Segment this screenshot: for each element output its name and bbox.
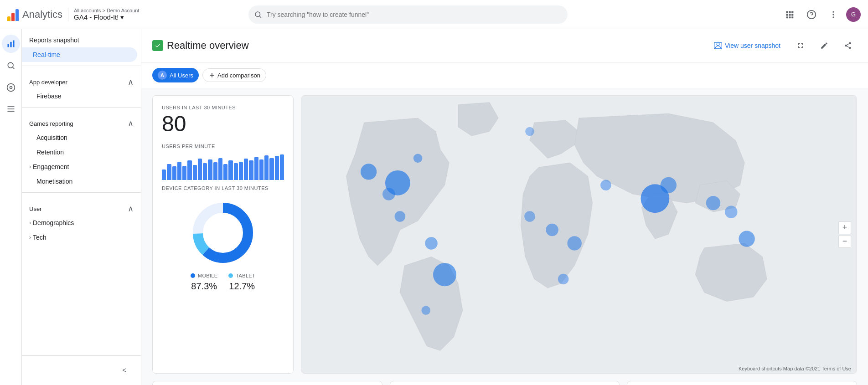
bar [239,162,243,180]
svg-point-21 [7,84,15,92]
donut-chart-container: MOBILE 87.3% TABLET 12.7% [162,193,284,295]
sidebar-item-retention[interactable]: Retention [22,145,137,159]
sidebar-collapse-button[interactable]: < [115,361,134,380]
explore-icon [6,83,16,92]
svg-rect-8 [786,16,788,18]
nav-icon-list[interactable] [2,100,20,118]
account-name-dropdown[interactable]: GA4 - Flood-It! ▾ [74,13,139,21]
app-developer-label: App developer [29,79,67,86]
main-layout: Reports snapshot Real-time App developer… [0,29,868,385]
map-dot [421,306,430,315]
add-icon [208,72,216,79]
nav-icon-search[interactable] [2,56,20,75]
sidebar: Reports snapshot Real-time App developer… [0,29,141,385]
nav-icon-reports[interactable] [2,35,20,53]
account-name-label: GA4 - Flood-It! [74,13,119,21]
map-dot [546,224,558,236]
tech-label: Tech [33,234,46,241]
map-dot [361,164,377,180]
fullscreen-icon [796,41,805,50]
sidebar-section-user[interactable]: User ∧ [22,196,141,216]
fullscreen-button[interactable] [791,36,810,55]
map-dot [706,196,720,210]
sidebar-item-acquisition[interactable]: Acquisition [22,130,137,145]
map-zoom-controls: + − [838,221,851,248]
games-reporting-label: Games reporting [29,120,73,127]
sidebar-item-reports-snapshot[interactable]: Reports snapshot [22,33,137,47]
svg-rect-17 [10,42,11,47]
help-icon [806,10,816,20]
svg-rect-2 [786,11,788,13]
monetisation-label: Monetisation [36,178,72,185]
map-dot [567,236,581,250]
svg-rect-10 [791,16,793,18]
check-icon [155,42,161,49]
tech-expand-icon: › [29,234,31,241]
view-user-snapshot-button[interactable]: View user snapshot [708,39,786,52]
tablet-value: 12.7% [229,281,255,292]
add-comparison-button[interactable]: Add comparison [202,68,266,82]
zoom-in-button[interactable]: + [838,221,851,234]
map-dot [725,205,737,218]
bar [254,157,258,180]
search-input[interactable] [248,5,568,24]
topbar: Analytics All accounts > Demo Account GA… [0,0,868,29]
account-info: All accounts > Demo Account GA4 - Flood-… [68,8,139,21]
edit-button[interactable] [815,36,833,55]
mobile-value: 87.3% [191,281,217,292]
bar [223,164,227,180]
tablet-label: TABLET [236,273,255,278]
content-body: USERS IN LAST 30 MINUTES 80 USERS PER MI… [141,88,868,385]
nav-icon-explore[interactable] [2,78,20,97]
avatar[interactable]: G [846,7,861,22]
users-count-value: 80 [162,112,284,136]
reports-snapshot-label: Reports snapshot [29,36,79,44]
users-per-minute-label: USERS PER MINUTE [162,144,284,149]
sidebar-item-demographics[interactable]: › Demographics [22,216,137,230]
bar [259,159,264,180]
user-chip-avatar: A [158,71,167,80]
sidebar-item-realtime[interactable]: Real-time [22,47,137,62]
retention-label: Retention [36,149,64,156]
search-icon [254,10,262,19]
tablet-legend: TABLET 12.7% [228,273,255,292]
sidebar-section-app-developer[interactable]: App developer ∧ [22,70,141,89]
chevron-down-icon: ▾ [120,13,124,21]
sidebar-item-firebase[interactable]: Firebase [22,89,137,103]
help-button[interactable] [802,5,821,24]
sidebar-item-engagement[interactable]: › Engagement [22,159,137,174]
zoom-out-button[interactable]: − [838,235,851,248]
svg-rect-7 [791,14,793,15]
map-dot [433,263,456,286]
share-button[interactable] [839,36,857,55]
more-options-button[interactable] [824,5,842,24]
sidebar-divider-2 [22,107,141,108]
user-collapse-icon: ∧ [128,204,134,214]
bar [167,164,171,180]
bar [280,154,284,180]
acquisition-label: Acquisition [36,134,67,141]
apps-icon [785,10,794,19]
sidebar-section-games[interactable]: Games reporting ∧ [22,111,141,130]
bar [187,160,191,180]
bottom-row: Users by First user source ▾ No.1 (direc… [152,381,857,385]
map-dot [524,211,535,222]
main-content: Realtime overview View user snapshot [141,29,868,385]
sidebar-divider-1 [22,66,141,66]
map-dot [382,188,395,200]
bar [213,162,217,180]
all-users-chip[interactable]: A All Users [152,68,199,82]
bar [203,163,207,180]
sidebar-item-monetisation[interactable]: Monetisation [22,174,137,189]
svg-rect-6 [789,14,790,15]
bottom-card-2: Users ▾ by Audience No.1 All Users [390,381,620,385]
world-map-svg [301,96,857,364]
apps-button[interactable] [780,5,799,24]
svg-rect-25 [7,111,14,112]
tablet-dot [228,273,233,278]
filter-bar: A All Users Add comparison [141,62,868,88]
sidebar-item-tech[interactable]: › Tech [22,230,137,245]
svg-point-13 [832,11,834,12]
logo-area: Analytics All accounts > Demo Account GA… [7,8,139,21]
realtime-label: Real-time [33,51,60,58]
